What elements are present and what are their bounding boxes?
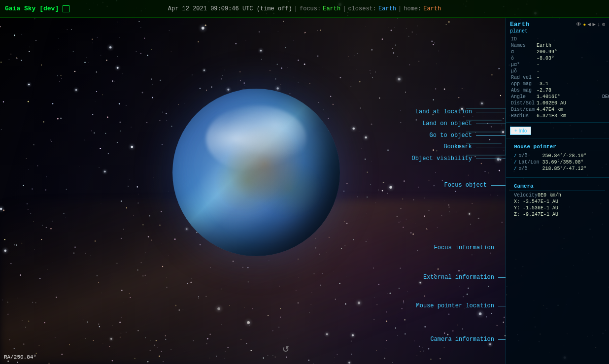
table-row: μδ -	[510, 68, 605, 74]
focus-object-header: Earth 👁 ★ ◄ ► ↓ ⚙	[510, 21, 605, 28]
focus-label: focus:	[300, 5, 321, 12]
mu-delta-label: μδ	[510, 68, 536, 74]
home-value: Earth	[423, 5, 441, 12]
mouse-pointer-row-1: / α/δ 250.84°/-28.19°	[514, 153, 601, 159]
mp-label-2: Lat/Lon	[518, 160, 542, 165]
closest-value: Earth	[378, 5, 396, 12]
focus-object-type: planet	[510, 29, 605, 34]
velocity-value: 0E0 km/h	[538, 193, 561, 198]
alpha-value: 200.99°	[536, 49, 605, 55]
mu-delta-value: -	[536, 68, 605, 74]
earth-land	[172, 89, 340, 256]
names-label: Names	[510, 42, 536, 49]
angle-label: Angle	[510, 94, 536, 100]
id-label: ID	[510, 36, 536, 42]
delta-value: -8.03°	[536, 55, 605, 62]
slash-icon-3: /	[514, 166, 516, 171]
rad-vel-label: Rad vel	[510, 74, 536, 81]
next-icon[interactable]: ►	[592, 22, 596, 28]
app-mag-value: -3.1	[536, 81, 605, 87]
camera-content: Velocity 0E0 km/h X: -3.547E-1 AU Y: -1.…	[510, 191, 605, 220]
angle-value: 1.4016I° DEC/-28.15°	[536, 94, 605, 100]
mp-label-3: α/δ	[518, 166, 542, 171]
mp-val-2: 33.69°/355.08°	[542, 160, 583, 165]
settings-icon[interactable]: ⚙	[602, 21, 605, 28]
info-button[interactable]: + Info	[510, 127, 531, 135]
abs-mag-label: Abs mag	[510, 87, 536, 94]
focus-object-section: Earth 👁 ★ ◄ ► ↓ ⚙ planet ID Names Earth …	[506, 18, 609, 123]
table-row: Dist/Sol 1.002E0 AU	[510, 100, 605, 106]
radius-label: Radius	[510, 113, 536, 119]
download-icon[interactable]: ↓	[597, 22, 601, 28]
earth-planet[interactable]	[172, 89, 340, 256]
mp-val-3: 218.85°/-47.12°	[542, 166, 586, 171]
dist-sol-label: Dist/Sol	[510, 100, 536, 106]
external-section: + Info	[506, 123, 609, 138]
mp-val-1: 250.84°/-28.19°	[542, 153, 586, 159]
camera-y-row: Y: -1.536E-1 AU	[514, 205, 601, 211]
rad-vel-value: -	[536, 74, 605, 81]
title-box-icon[interactable]	[63, 5, 69, 12]
earth-globe	[172, 89, 340, 256]
delta-label: δ	[510, 55, 536, 62]
focus-object-name: Earth	[510, 21, 529, 28]
camera-x: X: -3.547E-1 AU	[514, 199, 558, 204]
focus-value: Earth	[323, 5, 340, 12]
mouse-pointer-row-2: / Lat/Lon 33.69°/355.08°	[514, 160, 601, 165]
table-row: App mag -3.1	[510, 81, 605, 87]
focus-object-icons: 👁 ★ ◄ ► ↓ ⚙	[576, 21, 605, 28]
mu-alpha-label: μα*	[510, 62, 536, 68]
mouse-pointer-content: / α/δ 250.84°/-28.19° / Lat/Lon 33.69°/3…	[510, 151, 605, 174]
table-row: Rad vel -	[510, 74, 605, 81]
table-row: δ -8.03°	[510, 55, 605, 62]
mu-alpha-value: -	[536, 62, 605, 68]
star-icon[interactable]: ★	[583, 21, 586, 28]
camera-z: Z: -9.247E-1 AU	[514, 212, 558, 217]
reload-icon[interactable]: ↺	[282, 342, 289, 355]
home-label: home:	[404, 5, 421, 12]
table-row: Angle 1.4016I° DEC/-28.15°	[510, 94, 605, 100]
velocity-label: Velocity	[514, 193, 538, 198]
table-row: Names Earth	[510, 42, 605, 49]
dec-overlay: DEC/-28.15°	[602, 94, 609, 99]
camera-y: Y: -1.536E-1 AU	[514, 205, 558, 211]
app-mag-label: App mag	[510, 81, 536, 87]
eye-icon[interactable]: 👁	[576, 21, 581, 28]
camera-section: Camera Velocity 0E0 km/h X: -3.547E-1 AU…	[506, 178, 609, 223]
slash-icon-2: /	[514, 160, 516, 165]
dist-cam-value: 4.47E4 km	[536, 106, 605, 113]
alpha-label: α	[510, 49, 536, 55]
abs-mag-value: -2.78	[536, 87, 605, 94]
titlebar: Gaia Sky [dev] Apr 12 2021 09:09:46 UTC …	[0, 0, 609, 18]
mouse-pointer-header: Mouse pointer	[510, 141, 605, 151]
focus-table: ID Names Earth α 200.99° δ -8.03° μα* - …	[510, 36, 605, 119]
dist-cam-label: Dist/cam	[510, 106, 536, 113]
mouse-pointer-row-3: / α/δ 218.85°/-47.12°	[514, 166, 601, 171]
camera-x-row: X: -3.547E-1 AU	[514, 199, 601, 204]
right-panel: Earth 👁 ★ ◄ ► ↓ ⚙ planet ID Names Earth …	[506, 18, 609, 364]
table-row: α 200.99°	[510, 49, 605, 55]
app-title: Gaia Sky [dev]	[5, 5, 59, 12]
table-row: μα* -	[510, 62, 605, 68]
bottom-coords: RA/250.84°	[4, 354, 36, 360]
mp-label-1: α/δ	[518, 153, 542, 159]
id-value	[536, 36, 605, 42]
slash-icon-1: /	[514, 154, 516, 159]
camera-z-row: Z: -9.247E-1 AU	[514, 212, 601, 217]
names-value: Earth	[536, 42, 605, 49]
datetime-label: Apr 12 2021 09:09:46 UTC (time off)	[168, 5, 292, 12]
closest-label: closest:	[348, 5, 376, 12]
prev-icon[interactable]: ◄	[588, 22, 591, 28]
dist-sol-value: 1.002E0 AU	[536, 100, 605, 106]
mouse-pointer-section: Mouse pointer / α/δ 250.84°/-28.19° / La…	[506, 138, 609, 178]
camera-header: Camera	[510, 181, 605, 191]
table-row: Radius 6.371E3 km	[510, 113, 605, 119]
radius-value: 6.371E3 km	[536, 113, 605, 119]
table-row: ID	[510, 36, 605, 42]
table-row: Dist/cam 4.47E4 km	[510, 106, 605, 113]
camera-velocity-row: Velocity 0E0 km/h	[514, 193, 601, 198]
table-row: Abs mag -2.78	[510, 87, 605, 94]
